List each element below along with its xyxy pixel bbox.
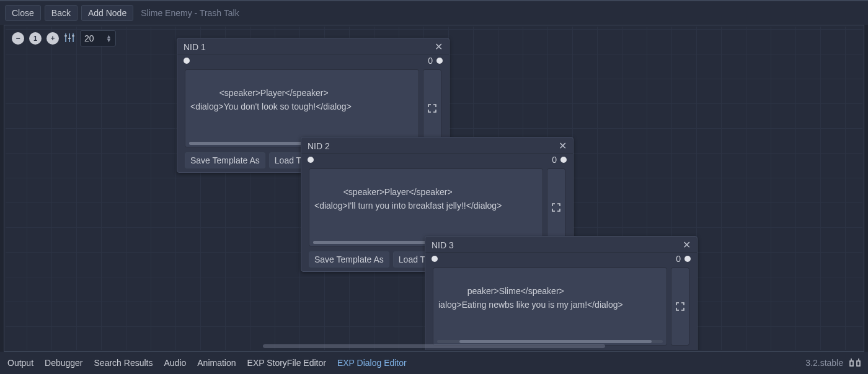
port-out[interactable]	[684, 256, 691, 262]
expand-text-button[interactable]	[423, 69, 441, 147]
node-titlebar[interactable]: NID 3 ✕	[425, 237, 697, 253]
version-label: 3.2.stable	[805, 358, 843, 368]
bottom-panel-tabs: Output Debugger Search Results Audio Ani…	[0, 352, 868, 374]
save-template-button[interactable]: Save Template As	[185, 152, 265, 168]
dialog-text-input[interactable]: <speaker>Player</speaker> <dialog>You do…	[185, 69, 419, 147]
node-ports: 0	[301, 154, 573, 168]
close-button[interactable]: Close	[5, 5, 41, 21]
zoom-in-icon[interactable]: +	[46, 32, 59, 45]
expand-text-button[interactable]	[671, 267, 689, 346]
dialog-text-input[interactable]: <speaker>Player</speaker> <dialog>I'll t…	[309, 168, 543, 246]
port-in[interactable]	[308, 157, 314, 163]
port-out[interactable]	[560, 157, 567, 163]
port-out-label: 0	[428, 56, 433, 66]
add-node-button[interactable]: Add Node	[81, 5, 133, 21]
back-button[interactable]: Back	[45, 5, 78, 21]
port-in[interactable]	[184, 58, 190, 64]
close-icon[interactable]: ✕	[683, 239, 691, 251]
dialog-text-input[interactable]: peaker>Slime</speaker> ialog>Eating newb…	[433, 267, 667, 346]
spinner-icon[interactable]: ▲▼	[106, 35, 112, 42]
port-out[interactable]	[436, 58, 443, 64]
node-ports: 0	[177, 54, 449, 69]
tab-output[interactable]: Output	[7, 358, 33, 368]
node-ports: 0	[425, 253, 697, 267]
tab-dialog-editor[interactable]: EXP Dialog Editor	[337, 358, 407, 368]
top-toolbar: Close Back Add Node Slime Enemy - Trash …	[0, 0, 868, 25]
tab-audio[interactable]: Audio	[164, 358, 186, 368]
canvas-hscrollbar[interactable]	[263, 344, 606, 348]
zoom-toolbar: − 1 + 20 ▲▼	[12, 30, 116, 46]
close-icon[interactable]: ✕	[435, 41, 443, 53]
graph-canvas-frame: − 1 + 20 ▲▼ NID 1 ✕	[4, 25, 864, 352]
tab-debugger[interactable]: Debugger	[45, 358, 83, 368]
save-template-button[interactable]: Save Template As	[309, 251, 389, 267]
distraction-free-icon[interactable]	[849, 358, 861, 368]
port-out-label: 0	[676, 254, 681, 264]
snap-grid-icon[interactable]	[64, 32, 75, 45]
dialog-text-value: <speaker>Player</speaker> <dialog>You do…	[190, 88, 352, 111]
breadcrumb: Slime Enemy - Trash Talk	[141, 8, 239, 18]
graph-canvas[interactable]: − 1 + 20 ▲▼ NID 1 ✕	[6, 27, 862, 350]
port-out-label: 0	[552, 155, 557, 165]
expand-text-button[interactable]	[547, 168, 565, 246]
snap-step-value: 20	[84, 33, 94, 43]
svg-rect-1	[857, 361, 860, 366]
svg-rect-0	[850, 361, 853, 366]
node-titlebar[interactable]: NID 1 ✕	[177, 38, 449, 54]
tab-storyfile-editor[interactable]: EXP StoryFile Editor	[247, 358, 326, 368]
node-titlebar[interactable]: NID 2 ✕	[301, 137, 573, 154]
zoom-reset-icon[interactable]: 1	[29, 32, 42, 45]
text-hscrollbar[interactable]	[437, 340, 663, 343]
node-title: NID 3	[432, 240, 454, 250]
dialog-text-value: <speaker>Player</speaker> <dialog>I'll t…	[314, 187, 502, 211]
node-title: NID 1	[184, 42, 206, 52]
dialog-text-value: peaker>Slime</speaker> ialog>Eating newb…	[438, 286, 623, 310]
tab-search-results[interactable]: Search Results	[94, 358, 153, 368]
zoom-out-icon[interactable]: −	[12, 32, 24, 45]
graph-node-3[interactable]: NID 3 ✕ 0 peaker>Slime</speaker> ialog>E…	[425, 236, 698, 350]
close-icon[interactable]: ✕	[559, 140, 567, 152]
node-title: NID 2	[308, 141, 330, 151]
snap-step-input[interactable]: 20 ▲▼	[80, 30, 116, 46]
port-in[interactable]	[432, 256, 438, 262]
tab-animation[interactable]: Animation	[197, 358, 236, 368]
